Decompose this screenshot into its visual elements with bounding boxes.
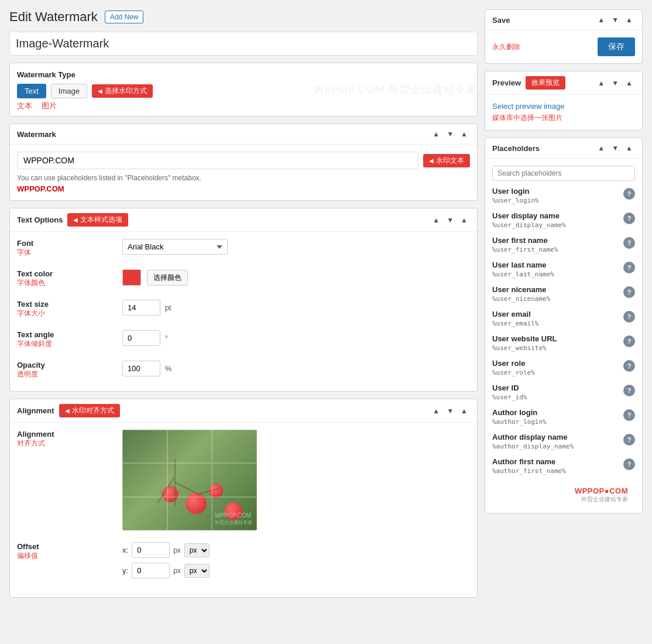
watermark-section-header: Watermark ▲ ▼ ▲ bbox=[10, 124, 477, 145]
ph-help-6[interactable]: ? bbox=[623, 335, 635, 347]
alignment-up[interactable]: ▲ bbox=[430, 406, 442, 416]
opacity-unit: % bbox=[165, 364, 172, 373]
grid-cell-6[interactable] bbox=[212, 463, 257, 496]
ph-help-4[interactable]: ? bbox=[623, 286, 635, 298]
color-swatch[interactable] bbox=[122, 269, 141, 286]
text-size-control: pt bbox=[122, 300, 470, 316]
opacity-input[interactable] bbox=[122, 361, 160, 376]
offset-y-input[interactable] bbox=[132, 563, 170, 578]
placeholder-item: Author first name %author_first_name% ? bbox=[492, 457, 635, 475]
watermark-type-buttons: Text Image 选择水印方式 bbox=[17, 84, 470, 98]
preview-panel-collapse[interactable]: ▲ bbox=[623, 78, 635, 88]
text-options-down[interactable]: ▼ bbox=[444, 215, 456, 225]
save-panel-up[interactable]: ▲ bbox=[595, 15, 607, 25]
ph-name-11: Author first name bbox=[492, 457, 619, 466]
text-size-row: Text size 字体大小 pt bbox=[17, 300, 470, 318]
ph-help-2[interactable]: ? bbox=[623, 237, 635, 249]
choose-color-button[interactable]: 选择颜色 bbox=[147, 270, 188, 286]
text-size-input[interactable] bbox=[122, 300, 160, 316]
placeholder-hint: You can use placeholders listed in "Plac… bbox=[17, 174, 470, 182]
text-size-unit: pt bbox=[165, 303, 171, 312]
alignment-badge: 水印对齐方式 bbox=[59, 404, 120, 417]
ph-help-8[interactable]: ? bbox=[623, 385, 635, 396]
grid-cell-3[interactable] bbox=[212, 430, 257, 463]
save-panel-collapse[interactable]: ▲ bbox=[623, 15, 635, 25]
ph-help-0[interactable]: ? bbox=[623, 188, 635, 200]
text-angle-label: Text angle 字体倾斜度 bbox=[17, 330, 122, 349]
watermark-section-collapse[interactable]: ▲ bbox=[458, 129, 470, 139]
placeholders-search-input[interactable] bbox=[492, 166, 635, 181]
ph-help-5[interactable]: ? bbox=[623, 311, 635, 323]
watermark-text-button[interactable]: Text bbox=[17, 84, 46, 98]
ph-code-3: %user_last_name% bbox=[492, 270, 619, 278]
text-size-label: Text size 字体大小 bbox=[17, 300, 122, 318]
placeholders-collapse[interactable]: ▲ bbox=[623, 143, 635, 153]
offset-x-unit-select[interactable]: px % bbox=[184, 543, 210, 557]
ph-code-9: %author_login% bbox=[492, 418, 619, 426]
opacity-control: % bbox=[122, 361, 470, 376]
select-preview-link[interactable]: Select preview image bbox=[492, 102, 635, 111]
watermark-section-down[interactable]: ▼ bbox=[444, 129, 456, 139]
save-panel: Save ▲ ▼ ▲ 永久删除 保存 bbox=[485, 9, 643, 64]
preview-panel-down[interactable]: ▼ bbox=[609, 78, 621, 88]
alignment-down[interactable]: ▼ bbox=[444, 406, 456, 416]
text-options-up[interactable]: ▲ bbox=[430, 215, 442, 225]
watermark-name-input[interactable] bbox=[9, 32, 478, 56]
preview-title-row: Preview 效果预览 bbox=[492, 76, 565, 90]
text-angle-input[interactable] bbox=[122, 330, 160, 346]
offset-y-unit-select[interactable]: px % bbox=[184, 564, 210, 578]
text-options-body: Font 字体 Arial Black Arial Times New Roma… bbox=[10, 232, 477, 391]
offset-x-label: x: bbox=[122, 546, 128, 554]
font-label: Font 字体 bbox=[17, 239, 122, 258]
ph-code-11: %author_first_name% bbox=[492, 467, 619, 475]
alignment-collapse[interactable]: ▲ bbox=[458, 406, 470, 416]
ph-help-7[interactable]: ? bbox=[623, 360, 635, 372]
watermark-text-input[interactable] bbox=[17, 152, 418, 169]
add-new-button[interactable]: Add New bbox=[105, 11, 144, 23]
placeholders-down[interactable]: ▼ bbox=[609, 143, 621, 153]
font-control: Arial Black Arial Times New Roman Verdan… bbox=[122, 239, 470, 255]
placeholders-up[interactable]: ▲ bbox=[595, 143, 607, 153]
grid-cell-7[interactable] bbox=[122, 497, 167, 530]
placeholders-controls: ▲ ▼ ▲ bbox=[595, 143, 635, 153]
ph-help-1[interactable]: ? bbox=[623, 213, 635, 224]
text-color-control: 选择颜色 bbox=[122, 269, 470, 286]
offset-y-row: y: px px % bbox=[122, 563, 470, 578]
ph-name-1: User display name bbox=[492, 211, 619, 220]
watermark-section-up[interactable]: ▲ bbox=[430, 129, 442, 139]
text-angle-unit: ° bbox=[165, 334, 168, 342]
offset-x-input[interactable] bbox=[132, 542, 170, 558]
grid-cell-8[interactable] bbox=[167, 497, 212, 530]
preview-panel-up[interactable]: ▲ bbox=[595, 78, 607, 88]
offset-x-unit: px bbox=[173, 546, 181, 554]
offset-controls: x: px px % y: px bbox=[122, 542, 470, 578]
save-panel-header: Save ▲ ▼ ▲ bbox=[485, 10, 642, 30]
text-angle-row: Text angle 字体倾斜度 ° bbox=[17, 330, 470, 349]
ph-help-11[interactable]: ? bbox=[623, 458, 635, 470]
watermark-image-button[interactable]: Image bbox=[51, 84, 87, 98]
offset-y-unit: px bbox=[173, 567, 181, 575]
watermark-sublabels: 文本 图片 bbox=[17, 101, 470, 111]
ph-help-3[interactable]: ? bbox=[623, 262, 635, 273]
delete-link[interactable]: 永久删除 bbox=[492, 42, 520, 52]
grid-cell-2[interactable] bbox=[167, 430, 212, 463]
alignment-grid-wrapper: WPPOP.COM外贸企业建站专家 bbox=[122, 430, 470, 530]
ph-help-10[interactable]: ? bbox=[623, 434, 635, 446]
grid-cell-4[interactable] bbox=[122, 463, 167, 496]
placeholder-item: User role %user_role% ? bbox=[492, 359, 635, 376]
alignment-title: Alignment bbox=[17, 406, 54, 415]
grid-cell-5[interactable] bbox=[167, 463, 212, 496]
page-title: Edit Watermark bbox=[9, 9, 98, 25]
save-button[interactable]: 保存 bbox=[598, 37, 635, 56]
save-panel-down[interactable]: ▼ bbox=[609, 15, 621, 25]
placeholder-item: Author login %author_login% ? bbox=[492, 408, 635, 426]
font-option-row: Font 字体 Arial Black Arial Times New Roma… bbox=[17, 239, 470, 258]
ph-help-9[interactable]: ? bbox=[623, 409, 635, 421]
save-panel-controls: ▲ ▼ ▲ bbox=[595, 15, 635, 25]
font-select[interactable]: Arial Black Arial Times New Roman Verdan… bbox=[122, 239, 228, 255]
placeholders-body: User login %user_login% ? User display n… bbox=[485, 159, 642, 513]
text-options-collapse[interactable]: ▲ bbox=[458, 215, 470, 225]
alignment-option-label: Alignment 对齐方式 bbox=[17, 430, 122, 448]
ph-code-4: %user_nicename% bbox=[492, 295, 619, 303]
grid-cell-1[interactable] bbox=[122, 430, 167, 463]
